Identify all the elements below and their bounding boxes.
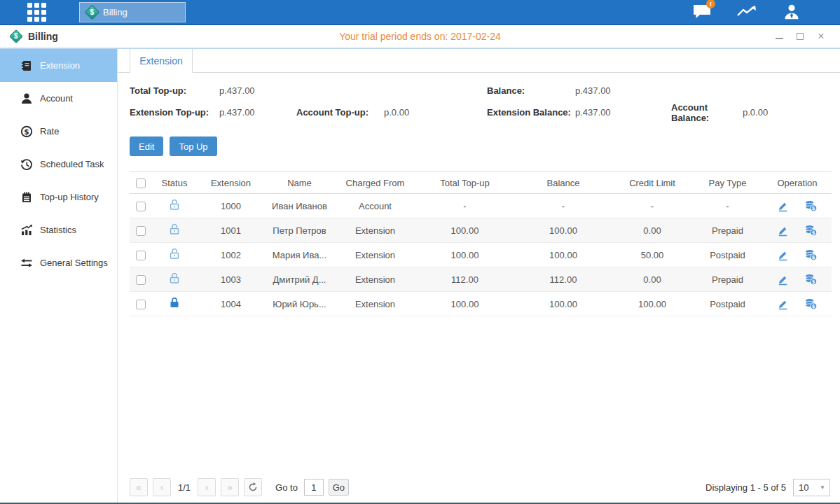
cell-extension: 1003 bbox=[198, 267, 264, 292]
row-checkbox[interactable] bbox=[136, 300, 146, 309]
close-button[interactable]: × bbox=[816, 31, 826, 41]
cell-name: Юрий Юрь... bbox=[264, 292, 335, 316]
cell-extension: 1002 bbox=[198, 243, 264, 267]
row-checkbox[interactable] bbox=[136, 251, 146, 260]
minimize-icon bbox=[776, 38, 783, 39]
user-menu-button[interactable] bbox=[780, 2, 804, 22]
topup-coins-icon[interactable]: $ bbox=[804, 298, 818, 310]
window-title: Billing bbox=[28, 31, 58, 42]
cell-total-topup: - bbox=[415, 194, 514, 218]
sidebar-item-statistics[interactable]: Statistics bbox=[0, 214, 117, 246]
cell-extension: 1004 bbox=[198, 292, 264, 316]
edit-pencil-icon[interactable] bbox=[777, 225, 789, 237]
sidebar-item-account[interactable]: Account bbox=[0, 82, 117, 115]
sidebar: Extension Account $ Rate bbox=[0, 49, 118, 503]
tab-strip: Extension bbox=[118, 49, 840, 73]
statistics-icon bbox=[20, 224, 33, 237]
account-balance-value: p.0.00 bbox=[743, 107, 830, 118]
maximize-icon bbox=[797, 33, 804, 40]
sidebar-item-topup-history[interactable]: Top-up History bbox=[0, 181, 117, 214]
billing-diamond-icon: $ bbox=[9, 29, 23, 43]
prev-page-button[interactable]: ‹ bbox=[153, 478, 171, 496]
action-buttons: Edit Top Up bbox=[130, 136, 830, 156]
edit-pencil-icon[interactable] bbox=[777, 298, 789, 310]
edit-pencil-icon[interactable] bbox=[777, 200, 789, 212]
topup-coins-icon[interactable]: $ bbox=[804, 224, 818, 237]
sidebar-item-label: Extension bbox=[40, 60, 80, 71]
svg-text:$: $ bbox=[24, 127, 29, 135]
edit-pencil-icon[interactable] bbox=[777, 274, 789, 286]
cell-pay-type: Postpaid bbox=[692, 243, 763, 267]
total-topup-value: p.437.00 bbox=[219, 85, 296, 96]
balance-label: Balance: bbox=[487, 85, 575, 96]
col-name: Name bbox=[264, 172, 335, 194]
sidebar-item-extension[interactable]: Extension bbox=[0, 49, 117, 82]
cell-name: Иван Иванов bbox=[264, 194, 335, 218]
page-size-select[interactable]: 10 ▼ bbox=[793, 479, 830, 496]
edit-button[interactable]: Edit bbox=[130, 136, 163, 156]
account-icon bbox=[20, 92, 33, 105]
tab-extension[interactable]: Extension bbox=[130, 49, 193, 73]
table-row: 1004 Юрий Юрь... Extension 100.00 100.00… bbox=[130, 292, 832, 316]
go-button[interactable]: Go bbox=[329, 479, 349, 496]
cell-charged-from: Extension bbox=[335, 292, 415, 316]
open-app-tab-billing[interactable]: $ Billing bbox=[79, 2, 186, 22]
minimize-button[interactable] bbox=[774, 31, 784, 41]
account-topup-value: p.0.00 bbox=[384, 107, 487, 118]
edit-pencil-icon[interactable] bbox=[777, 249, 789, 261]
cell-balance: - bbox=[514, 194, 612, 218]
top-up-button[interactable]: Top Up bbox=[170, 136, 216, 156]
cell-total-topup: 100.00 bbox=[415, 218, 514, 243]
refresh-button[interactable] bbox=[244, 478, 262, 496]
extension-balance-value: p.437.00 bbox=[575, 107, 671, 118]
extension-balance-label: Extension Balance: bbox=[487, 107, 575, 118]
cell-extension: 1000 bbox=[198, 194, 264, 218]
topup-history-icon bbox=[20, 191, 33, 204]
row-checkbox[interactable] bbox=[136, 275, 146, 285]
svg-text:$: $ bbox=[811, 279, 815, 285]
billing-app-window: $ Billing ! bbox=[0, 0, 840, 504]
apps-menu-button[interactable] bbox=[0, 0, 74, 24]
row-checkbox[interactable] bbox=[136, 226, 146, 236]
notification-badge: ! bbox=[706, 0, 715, 8]
select-all-checkbox[interactable] bbox=[136, 178, 146, 188]
sidebar-item-rate[interactable]: $ Rate bbox=[0, 115, 117, 148]
cell-pay-type: - bbox=[692, 194, 763, 218]
last-page-button[interactable]: » bbox=[221, 478, 239, 496]
total-topup-label: Total Top-up: bbox=[130, 85, 219, 96]
maximize-button[interactable] bbox=[795, 31, 805, 41]
status-lock-icon bbox=[169, 227, 180, 237]
col-extension: Extension bbox=[198, 172, 264, 194]
cell-charged-from: Extension bbox=[335, 267, 415, 292]
cell-balance: 100.00 bbox=[514, 218, 612, 243]
account-balance-label: Account Balance: bbox=[671, 102, 743, 123]
topup-coins-icon[interactable]: $ bbox=[804, 273, 818, 286]
topup-coins-icon[interactable]: $ bbox=[804, 200, 818, 212]
page-size-value: 10 bbox=[794, 482, 820, 493]
col-pay-type: Pay Type bbox=[692, 172, 763, 194]
account-topup-label: Account Top-up: bbox=[296, 107, 384, 118]
messages-button[interactable]: ! bbox=[690, 2, 714, 22]
cell-name: Мария Ива... bbox=[264, 243, 335, 267]
window-controls: × bbox=[774, 31, 832, 41]
sidebar-item-general-settings[interactable]: General Settings bbox=[0, 246, 117, 279]
table-row: 1001 Петр Петров Extension 100.00 100.00… bbox=[130, 218, 832, 243]
cell-name: Дмитрий Д... bbox=[264, 267, 335, 292]
topup-coins-icon[interactable]: $ bbox=[804, 248, 818, 261]
sidebar-item-label: General Settings bbox=[40, 258, 108, 268]
status-lock-icon bbox=[169, 251, 180, 262]
row-checkbox[interactable] bbox=[136, 202, 146, 211]
cell-charged-from: Extension bbox=[335, 243, 415, 267]
cell-name: Петр Петров bbox=[264, 218, 335, 243]
first-page-button[interactable]: « bbox=[130, 478, 148, 496]
apps-grid-icon bbox=[27, 3, 46, 22]
goto-page-input[interactable] bbox=[304, 479, 324, 496]
cell-balance: 112.00 bbox=[514, 267, 612, 292]
cell-credit-limit: 0.00 bbox=[612, 267, 692, 292]
window-title-bar: $ Billing Your trial period ends on: 201… bbox=[0, 25, 840, 48]
col-credit-limit: Credit Limit bbox=[612, 172, 692, 194]
sidebar-item-scheduled-task[interactable]: Scheduled Task bbox=[0, 148, 117, 181]
next-page-button[interactable]: › bbox=[198, 478, 216, 496]
chevron-down-icon: ▼ bbox=[820, 484, 829, 491]
reports-button[interactable] bbox=[735, 2, 759, 22]
